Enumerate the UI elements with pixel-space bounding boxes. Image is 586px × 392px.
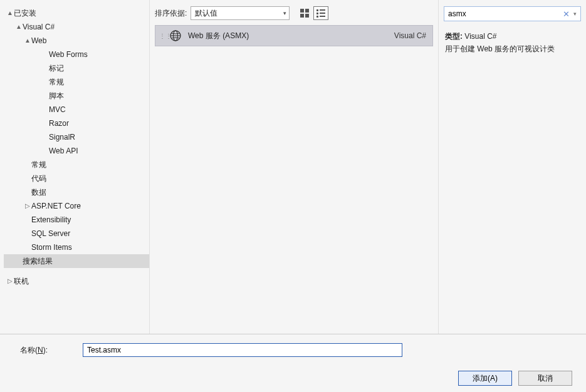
collapse-icon: ▲ — [15, 21, 23, 33]
chevron-down-icon: ▾ — [283, 10, 286, 16]
tree-item[interactable]: MVC — [4, 103, 149, 116]
footer: 名称(N): 添加(A) 取消 — [0, 334, 586, 392]
type-value: Visual C# — [464, 32, 496, 41]
tree-search-results[interactable]: 搜索结果 — [4, 254, 149, 268]
tree-label: Web API — [49, 145, 78, 157]
name-input[interactable] — [83, 343, 402, 357]
tree-visual-csharp[interactable]: ▲ Visual C# — [4, 20, 149, 34]
tree-item[interactable]: 常规 — [4, 158, 149, 172]
tree-item[interactable]: Razor — [4, 116, 149, 130]
tree-label: 联机 — [14, 276, 29, 287]
list-icon — [317, 9, 325, 17]
tree-label: Extensibility — [31, 214, 71, 225]
add-button[interactable]: 添加(A) — [458, 371, 512, 386]
description: 用于创建 Web 服务的可视设计类 — [445, 43, 580, 55]
details-panel: ✕ ▾ 类型: Visual C# 用于创建 Web 服务的可视设计类 — [439, 0, 586, 334]
tree-label: SQL Server — [31, 228, 70, 239]
tree-label: 数据 — [31, 187, 46, 198]
tree-item[interactable]: 数据 — [4, 185, 149, 199]
tree-item[interactable]: Web Forms — [4, 48, 149, 61]
tree-label: 常规 — [49, 76, 64, 88]
tree-label: MVC — [49, 104, 66, 115]
template-name: Web 服务 (ASMX) — [188, 31, 394, 41]
tree-label: 标记 — [49, 63, 64, 74]
tree-label: ASP.NET Core — [31, 200, 81, 212]
clear-search-icon[interactable]: ✕ — [560, 9, 572, 19]
tree-online[interactable]: ▷ 联机 — [4, 274, 149, 288]
tree-item[interactable]: 代码 — [4, 172, 149, 185]
tree-label: 代码 — [31, 173, 46, 184]
tree-item[interactable]: SQL Server — [4, 227, 149, 240]
tree-installed[interactable]: ▲ 已安装 — [4, 6, 149, 20]
grid-icon — [300, 9, 309, 18]
tree-label: Web Forms — [49, 49, 88, 60]
tree-item[interactable]: 常规 — [4, 75, 149, 89]
globe-icon — [169, 29, 182, 42]
tree-label: 已安装 — [14, 8, 36, 19]
tree-web[interactable]: ▲ Web — [4, 34, 149, 48]
toolbar: 排序依据: 默认值 ▾ — [150, 0, 438, 25]
template-list: ⋮⋮ Web 服务 (ASMX) Visual C# — [150, 25, 438, 334]
tree-label: SignalR — [49, 132, 75, 143]
tree-item[interactable]: 标记 — [4, 61, 149, 75]
type-row: 类型: Visual C# — [445, 30, 580, 43]
template-lang: Visual C# — [394, 31, 426, 40]
category-tree: ▲ 已安装 ▲ Visual C# ▲ Web Web Forms标记常规脚本M… — [0, 0, 149, 334]
name-label: 名称(N): — [8, 345, 78, 356]
cancel-button[interactable]: 取消 — [518, 371, 572, 386]
tree-label: Web — [31, 35, 46, 46]
expand-icon: ▷ — [6, 276, 14, 287]
view-grid-button[interactable] — [297, 6, 312, 20]
tree-item[interactable]: 脚本 — [4, 89, 149, 103]
tree-label: Visual C# — [23, 21, 55, 33]
collapse-icon: ▲ — [24, 35, 31, 46]
template-panel: 排序依据: 默认值 ▾ ⋮⋮ — [149, 0, 439, 334]
tree-item[interactable]: SignalR — [4, 130, 149, 144]
sort-label: 排序依据: — [155, 8, 187, 19]
collapse-icon: ▲ — [6, 8, 14, 19]
search-box[interactable]: ✕ ▾ — [444, 6, 581, 21]
tree-item[interactable]: Storm Items — [4, 240, 149, 254]
drag-handle-icon: ⋮⋮ — [159, 33, 167, 39]
tree-label: 搜索结果 — [23, 255, 53, 267]
search-input[interactable] — [448, 9, 560, 18]
expand-icon: ▷ — [24, 200, 31, 212]
chevron-down-icon[interactable]: ▾ — [572, 11, 578, 17]
tree-aspnet-core[interactable]: ▷ ASP.NET Core — [4, 199, 149, 213]
tree-item[interactable]: Web API — [4, 144, 149, 158]
tree-label: Storm Items — [31, 242, 72, 253]
view-list-button[interactable] — [313, 6, 328, 20]
sort-value: 默认值 — [195, 8, 217, 19]
tree-label: 脚本 — [49, 90, 64, 101]
tree-label: 常规 — [31, 159, 46, 170]
tree-item[interactable]: Extensibility — [4, 213, 149, 227]
sort-dropdown[interactable]: 默认值 ▾ — [191, 6, 290, 20]
template-item-web-service[interactable]: ⋮⋮ Web 服务 (ASMX) Visual C# — [155, 25, 433, 46]
tree-label: Razor — [49, 118, 69, 129]
type-label: 类型: — [445, 32, 463, 41]
